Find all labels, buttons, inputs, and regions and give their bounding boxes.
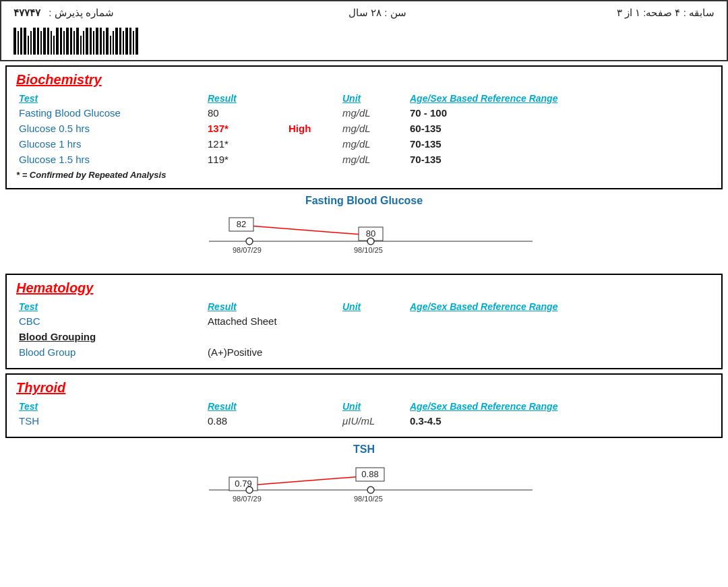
flag-value: [286, 313, 340, 329]
tsh-chart-area: 0.79 0.88 98/07/29 98/10/25: [189, 460, 539, 514]
col-ref-t: Age/Sex Based Reference Range: [407, 400, 712, 413]
biochemistry-section: Biochemistry Test Result Unit Age/Sex Ba…: [5, 65, 723, 189]
result-value: 119*: [205, 152, 286, 167]
tsh-chart-title: TSH: [0, 443, 728, 456]
result-value: 0.88: [205, 413, 286, 429]
tsh-chart-container: TSH 0.79 0.88 98/07/29 98/10/25: [0, 443, 728, 516]
ref-value: 60-135: [407, 121, 712, 136]
hematology-title: Hematology: [16, 280, 712, 296]
result-value: 80: [205, 105, 286, 121]
biochemistry-table: Test Result Unit Age/Sex Based Reference…: [16, 92, 712, 167]
fbg-chart-title: Fasting Blood Glucose: [0, 195, 728, 207]
ref-value: 70 - 100: [407, 105, 712, 121]
ref-value: [407, 313, 712, 329]
tsh-chart-svg: 0.79 0.88 98/07/29 98/10/25: [189, 460, 539, 514]
flag-value: [286, 152, 340, 167]
col-flag-t: [286, 400, 340, 413]
fbg-chart-container: Fasting Blood Glucose 82 80 98/07/29 98/…: [0, 195, 728, 267]
svg-text:82: 82: [237, 219, 246, 229]
barcode: [13, 24, 138, 55]
col-flag: [286, 92, 340, 105]
col-test-t: Test: [16, 400, 205, 413]
hematology-table: Test Result Unit Age/Sex Based Reference…: [16, 300, 712, 360]
flag-value: [286, 413, 340, 429]
header-history: سابقه : ۴ صفحه: ۱ از ۳: [617, 7, 715, 19]
ref-value: 0.3-4.5: [407, 413, 712, 429]
table-row: Glucose 1.5 hrs 119* mg/dL 70-135: [16, 152, 712, 167]
test-name: Blood Group: [16, 344, 205, 360]
ref-value: 70-135: [407, 136, 712, 152]
svg-point-4: [246, 238, 253, 245]
col-test-h: Test: [16, 300, 205, 313]
result-value: 121*: [205, 136, 286, 152]
svg-point-17: [367, 487, 374, 493]
result-value: (A+)Positive: [205, 344, 286, 360]
result-value: 137*: [205, 121, 286, 136]
test-name: CBC: [16, 313, 205, 329]
col-result-h: Result: [205, 300, 286, 313]
table-row: TSH 0.88 μIU/mL 0.3-4.5: [16, 413, 712, 429]
flag-value: High: [286, 121, 340, 136]
col-ref: Age/Sex Based Reference Range: [407, 92, 712, 105]
table-row: Fasting Blood Glucose 80 mg/dL 70 - 100: [16, 105, 712, 121]
test-name: Fasting Blood Glucose: [16, 105, 205, 121]
biochemistry-title: Biochemistry: [16, 72, 712, 88]
svg-point-7: [367, 238, 374, 245]
reception-number: ۴۷۷۴۷: [13, 7, 40, 18]
svg-text:98/07/29: 98/07/29: [233, 495, 262, 503]
table-row: Blood Group (A+)Positive: [16, 344, 712, 360]
col-ref-h: Age/Sex Based Reference Range: [407, 300, 712, 313]
unit-value: mg/dL: [340, 105, 407, 121]
unit-value: mg/dL: [340, 136, 407, 152]
sub-section-header: Blood Grouping: [16, 329, 712, 344]
unit-value: mg/dL: [340, 152, 407, 167]
table-row: Glucose 1 hrs 121* mg/dL 70-135: [16, 136, 712, 152]
col-result: Result: [205, 92, 286, 105]
page-header: سابقه : ۴ صفحه: ۱ از ۳ سن : ۲۸ سال شماره…: [0, 0, 728, 61]
header-reception: شماره پذیرش : ۴۷۷۴۷: [13, 7, 138, 55]
svg-line-1: [249, 226, 371, 235]
svg-text:80: 80: [366, 228, 375, 239]
flag-value: [286, 136, 340, 152]
result-value: Attached Sheet: [205, 313, 286, 329]
test-name: Glucose 1.5 hrs: [16, 152, 205, 167]
svg-text:0.88: 0.88: [361, 469, 378, 479]
ref-value: 70-135: [407, 152, 712, 167]
table-row: CBC Attached Sheet: [16, 313, 712, 329]
age-value: ۲۸ سال: [348, 7, 382, 18]
col-unit-h: Unit: [340, 300, 407, 313]
svg-text:98/10/25: 98/10/25: [354, 495, 383, 503]
fbg-chart-svg: 82 80 98/07/29 98/10/25: [189, 211, 539, 265]
header-age: سن : ۲۸ سال: [348, 7, 406, 19]
unit-value: [340, 313, 407, 329]
col-unit-t: Unit: [340, 400, 407, 413]
fbg-chart-area: 82 80 98/07/29 98/10/25: [189, 211, 539, 265]
col-unit: Unit: [340, 92, 407, 105]
test-name: Glucose 0.5 hrs: [16, 121, 205, 136]
ref-value: [407, 344, 712, 360]
unit-value: [340, 344, 407, 360]
svg-point-14: [246, 487, 253, 493]
col-flag-h: [286, 300, 340, 313]
test-name: TSH: [16, 413, 205, 429]
flag-value: [286, 105, 340, 121]
thyroid-section: Thyroid Test Result Unit Age/Sex Based R…: [5, 373, 723, 438]
reception-label: شماره پذیرش :: [49, 7, 114, 18]
unit-value: mg/dL: [340, 121, 407, 136]
age-label: سن :: [384, 7, 406, 18]
confirmed-note: * = Confirmed by Repeated Analysis: [16, 170, 712, 180]
table-row: Blood Grouping: [16, 329, 712, 344]
table-row: Glucose 0.5 hrs 137* High mg/dL 60-135: [16, 121, 712, 136]
history-label: سابقه : ۴ صفحه: ۱ از ۳: [617, 7, 715, 18]
unit-value: μIU/mL: [340, 413, 407, 429]
thyroid-title: Thyroid: [16, 380, 712, 396]
svg-text:98/07/29: 98/07/29: [233, 246, 262, 254]
svg-text:98/10/25: 98/10/25: [354, 246, 383, 254]
thyroid-table: Test Result Unit Age/Sex Based Reference…: [16, 400, 712, 429]
col-test: Test: [16, 92, 205, 105]
col-result-t: Result: [205, 400, 286, 413]
test-name: Glucose 1 hrs: [16, 136, 205, 152]
svg-line-11: [249, 476, 371, 485]
hematology-section: Hematology Test Result Unit Age/Sex Base…: [5, 274, 723, 369]
flag-value: [286, 344, 340, 360]
